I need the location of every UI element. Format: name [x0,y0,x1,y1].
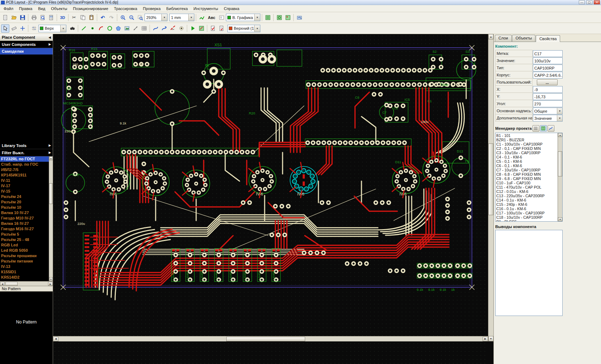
new-button[interactable] [1,13,9,22]
field-input[interactable]: CAPP-2.54/6.6... [533,72,563,79]
component-list-scrollbar[interactable]: ▲ ▼ [49,156,53,281]
redo-button[interactable]: ↷ [107,13,115,22]
chevron-down-icon[interactable]: ▼ [254,14,260,21]
arc-tool-button[interactable] [97,24,105,33]
field-input[interactable]: 100u/10v [533,57,563,64]
dimension-tool-button[interactable] [131,24,139,33]
component-list-item[interactable]: К155ID1 [0,269,49,275]
project-component-item[interactable]: C2 - 0,1 - CAP FIXED MIN [496,146,557,151]
project-component-item[interactable]: BZR1 - BUZZER [496,138,557,142]
filter-header[interactable]: Filter Выкл.▶ [0,149,53,156]
field-select[interactable]: Общее▼ [533,108,563,114]
project-list-view-button[interactable] [533,125,539,132]
menu-item[interactable]: Файл [1,5,16,12]
save-button[interactable] [18,13,27,22]
minimize-button[interactable]: — [579,0,585,4]
polygon-tool-button[interactable] [114,24,122,33]
project-board-view-button[interactable] [540,125,547,132]
origin-tool-button[interactable] [18,24,27,33]
field-input[interactable]: 270 [533,100,563,107]
library-tools-header[interactable]: Library Tools▶ [0,142,53,149]
expand-right-icon[interactable]: ▶ [49,144,51,147]
project-component-item[interactable]: C15 - 240p - KM-6 [496,202,557,207]
autoroute-run-button[interactable] [189,24,197,33]
scroll-down-icon[interactable]: ▼ [488,336,493,341]
print-setup-button[interactable] [47,13,55,22]
route-tool-button[interactable] [151,24,160,33]
component-list-item[interactable]: FT232RL по ГОСТ [0,156,49,162]
renew-layout-button[interactable] [275,13,283,22]
field-input[interactable]: C17 [533,50,563,57]
text-frame-button[interactable]: T [217,13,226,22]
project-settings-button[interactable] [548,125,554,132]
user-components-header[interactable]: User Components▶ [0,41,53,48]
scroll-up-icon[interactable]: ▲ [49,156,53,160]
component-list-item[interactable]: КР145ИК1911 [0,172,49,178]
component-list-item[interactable]: IV-13 [0,264,49,269]
chevron-down-icon[interactable]: ▼ [254,25,260,32]
scrollbar-thumb[interactable] [226,337,305,341]
component-list-item[interactable]: IV-15 [0,189,49,194]
active-layer-select[interactable]: Верхний (1)▼ [227,25,260,32]
chevron-down-icon[interactable]: ▼ [557,108,562,114]
field-select[interactable]: Значение▼ [533,115,563,122]
component-list-item[interactable]: Разъём 10 [0,205,49,210]
canvas-horizontal-scrollbar[interactable]: ◀ ▶ [53,336,488,341]
paste-button[interactable] [87,13,95,22]
library-item-selected[interactable]: Самоделки [0,48,53,55]
update-board-button[interactable] [264,13,272,22]
pcb-canvas-area[interactable]: LAMP1LAMP2LAMP3LAMP4LAMP5LAMP6LAMP7LAMP8… [53,34,493,364]
component-list-item[interactable]: Вилка 16 IV-27 [0,221,49,226]
menu-item[interactable]: Правка [16,5,35,12]
measure-tool-button[interactable] [10,24,18,33]
project-component-item[interactable]: C17 - 100u/10v - CAP100RP [496,211,557,215]
text-style-button[interactable]: Авс [206,13,217,22]
project-component-item[interactable]: C11 - 470u/10v - CAP POL [496,185,557,189]
project-component-item[interactable]: C14 - 0.1u - KM-6 [496,198,557,202]
tab-item[interactable]: Слои [495,35,512,42]
menu-item[interactable]: Вид [35,5,48,12]
open-button[interactable] [10,13,18,22]
scroll-up-icon[interactable]: ▲ [558,133,562,137]
zoom-level-select[interactable]: 293%▼ [145,14,167,21]
component-list-item[interactable]: Разъём 20 [0,199,49,205]
chevron-down-icon[interactable]: ▼ [60,25,66,32]
menu-item[interactable]: Трассировка [111,5,140,12]
scroll-left-icon[interactable]: ◀ [0,282,5,286]
cut-button[interactable]: ✂ [70,13,78,22]
find-component-button[interactable] [68,24,76,33]
component-list-hscrollbar[interactable]: ◀ ▶ [0,281,53,286]
field-input[interactable]: -9 [533,86,563,93]
zoom-in-button[interactable] [119,13,127,22]
project-component-item[interactable]: C8 - 6.8 - CAP FIXED MIN [496,172,557,176]
expand-right-icon[interactable]: ▶ [49,151,51,154]
component-list-item[interactable]: IN-18 [0,280,49,281]
place-component-header[interactable]: Place Component◀ [0,34,53,41]
component-list-item[interactable]: IV-11 [0,178,49,183]
component-list-item[interactable]: Разъём 24 [0,194,49,199]
component-list-item[interactable]: Разъём 5 [0,232,49,237]
chevron-down-icon[interactable]: ▼ [161,14,167,21]
custom-pattern-button[interactable]: ... [537,79,558,85]
scroll-right-icon[interactable]: ▶ [48,282,53,286]
expand-right-icon[interactable]: ▶ [49,43,51,46]
scroll-left-icon[interactable]: ◀ [53,337,58,341]
undo-button[interactable]: ↶ [99,13,107,22]
view-3d-button[interactable]: 3D [58,13,67,22]
project-component-item[interactable]: C1 - 100u/10v - CAP100RP [496,142,557,146]
drc-report-button[interactable] [217,24,226,33]
autoroute-setup-button[interactable] [197,24,205,33]
close-button[interactable]: ✕ [594,0,600,4]
collapse-left-icon[interactable]: ◀ [49,36,51,39]
graphics-layer-select[interactable]: В. Графика▼ [226,14,260,21]
table-tool-button[interactable] [140,24,148,33]
menu-item[interactable]: Позиционирование [70,5,111,12]
component-list-item[interactable]: Гнездо M16 IV-27 [0,226,49,232]
project-component-item[interactable]: C9 - 6.8 - CAP FIXED MIN [496,176,557,181]
menu-item[interactable]: Проверка [140,5,164,12]
project-component-item[interactable]: B1 - 101 [496,133,557,138]
drc-check-button[interactable] [209,24,217,33]
component-list-item[interactable]: Разъём прошивки [0,253,49,259]
scroll-down-icon[interactable]: ▼ [49,277,53,281]
project-list-scrollbar[interactable]: ▲ ▼ [558,133,562,221]
